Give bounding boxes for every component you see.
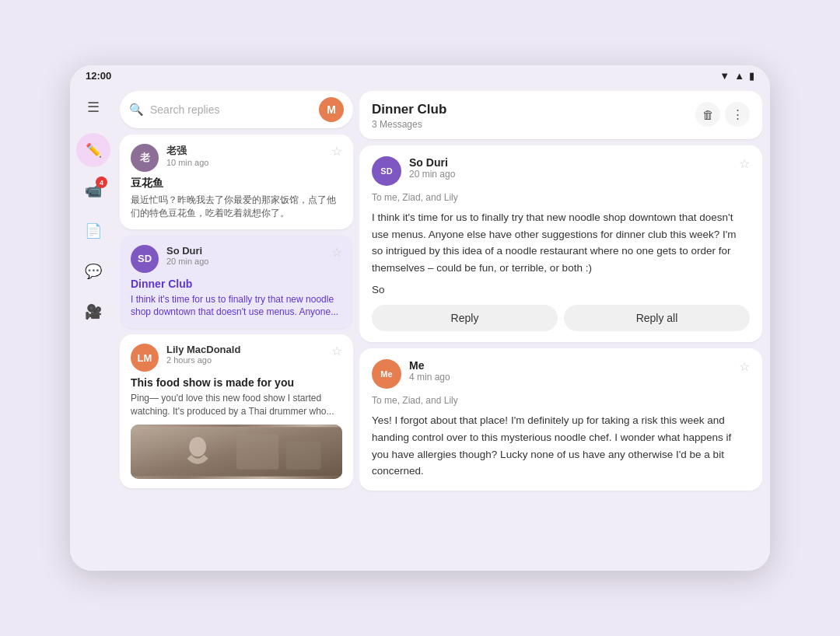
email-to-1: To me, Ziad, and Lily — [372, 192, 750, 203]
email-time-1: 20 min ago — [409, 169, 731, 180]
sidebar: ☰ ✏️ 📹 4 📄 💬 🎥 — [70, 85, 117, 571]
sidebar-item-video[interactable]: 📹 4 — [76, 173, 110, 208]
avatar-msg3: LM — [131, 344, 159, 372]
star-1[interactable]: ☆ — [331, 144, 342, 159]
message-list-panel: 🔍 Search replies M 老 老强 10 min ago ☆ — [120, 91, 353, 563]
battery-icon: ▮ — [749, 70, 754, 82]
status-icons: ▼ ▲ ▮ — [719, 70, 754, 82]
device-frame: 12:00 ▼ ▲ ▮ ☰ ✏️ 📹 4 📄 💬 — [70, 65, 770, 571]
search-icon: 🔍 — [129, 103, 144, 117]
msg-preview-2: I think it's time for us to finally try … — [131, 293, 342, 320]
msg-time-3: 2 hours ago — [166, 355, 324, 365]
email-header-card: Dinner Club 3 Messages 🗑 ⋮ — [359, 91, 762, 139]
search-placeholder: Search replies — [150, 103, 313, 116]
msg-sender-1: 老强 — [166, 144, 324, 158]
sidebar-item-chat[interactable]: 💬 — [76, 254, 110, 288]
msg-info-2: So Duri 20 min ago — [166, 245, 324, 266]
msg-sender-2: So Duri — [166, 245, 324, 257]
email-sender-1: So Duri — [409, 156, 731, 169]
video-badge: 4 — [96, 176, 107, 188]
email-to-2: To me, Ziad, and Lily — [372, 395, 750, 406]
msg-preview-3: Ping— you'd love this new food show I st… — [131, 392, 342, 418]
message-card-2[interactable]: SD So Duri 20 min ago ☆ Dinner Club I th… — [120, 236, 353, 329]
msg-subject-1: 豆花鱼 — [131, 176, 342, 190]
app-body: ☰ ✏️ 📹 4 📄 💬 🎥 — [70, 85, 770, 571]
menu-icon[interactable]: ☰ — [79, 93, 108, 122]
msg-info-3: Lily MacDonald 2 hours ago — [166, 344, 324, 365]
message-card-3[interactable]: LM Lily MacDonald 2 hours ago ☆ This foo… — [120, 334, 353, 488]
message-card-1[interactable]: 老 老强 10 min ago ☆ 豆花鱼 最近忙吗？昨晚我去了你最爱的那家饭馆… — [120, 135, 353, 229]
status-time: 12:00 — [86, 70, 111, 82]
email-body-1: I think it's time for us to finally try … — [372, 209, 750, 276]
svg-rect-3 — [236, 434, 278, 469]
svg-rect-4 — [285, 441, 320, 469]
msg-time-2: 20 min ago — [166, 257, 324, 266]
user-avatar[interactable]: M — [319, 97, 344, 122]
email-avatar-1: SD — [372, 156, 401, 186]
email-count: 3 Messages — [372, 119, 446, 130]
status-bar: 12:00 ▼ ▲ ▮ — [70, 65, 770, 85]
svg-point-2 — [189, 437, 206, 456]
sidebar-item-compose[interactable]: ✏️ — [76, 133, 110, 167]
search-bar[interactable]: 🔍 Search replies M — [120, 91, 353, 128]
msg-time-1: 10 min ago — [166, 158, 324, 167]
email-star-1[interactable]: ☆ — [739, 156, 750, 171]
email-time-2: 4 min ago — [409, 372, 731, 383]
email-title: Dinner Club — [372, 102, 446, 117]
more-options-button[interactable]: ⋮ — [725, 102, 750, 127]
main-content: 🔍 Search replies M 老 老强 10 min ago ☆ — [117, 85, 770, 571]
email-body-2: Yes! I forgot about that place! I'm defi… — [372, 412, 750, 479]
msg-preview-1: 最近忙吗？昨晚我去了你最爱的那家饭馆，点了他们的特色豆花鱼，吃着吃着就想你了。 — [131, 194, 342, 220]
star-2[interactable]: ☆ — [331, 245, 342, 260]
email-msg-info-1: So Duri 20 min ago — [409, 156, 731, 180]
email-star-2[interactable]: ☆ — [739, 359, 750, 374]
preview-image-svg — [131, 425, 342, 479]
email-sender-2: Me — [409, 359, 731, 372]
reply-actions: Reply Reply all — [372, 305, 750, 331]
email-message-card-2: Me Me 4 min ago ☆ To me, Ziad, and Lily … — [359, 348, 762, 490]
email-detail-panel: Dinner Club 3 Messages 🗑 ⋮ — [359, 91, 762, 563]
msg-subject-3: This food show is made for you — [131, 376, 342, 389]
signal-icon: ▲ — [734, 70, 744, 82]
msg-subject-2: Dinner Club — [131, 278, 342, 290]
email-message-card-1: SD So Duri 20 min ago ☆ To me, Ziad, and… — [359, 145, 762, 342]
sidebar-item-notes[interactable]: 📄 — [76, 214, 110, 248]
email-msg-info-2: Me 4 min ago — [409, 359, 731, 383]
reply-all-button[interactable]: Reply all — [564, 305, 750, 331]
wifi-icon: ▼ — [719, 70, 730, 82]
reply-button[interactable]: Reply — [372, 305, 558, 331]
avatar-msg1: 老 — [131, 144, 159, 172]
msg-sender-3: Lily MacDonald — [166, 344, 324, 355]
email-sign-1: So — [372, 284, 750, 295]
msg-info-1: 老强 10 min ago — [166, 144, 324, 167]
email-avatar-2: Me — [372, 359, 401, 389]
email-messages-scroll: SD So Duri 20 min ago ☆ To me, Ziad, and… — [359, 145, 762, 563]
message-image-preview — [131, 425, 342, 479]
sidebar-item-meet[interactable]: 🎥 — [76, 295, 110, 329]
avatar-msg2: SD — [131, 245, 159, 273]
star-3[interactable]: ☆ — [331, 344, 342, 358]
email-header-actions: 🗑 ⋮ — [695, 102, 750, 127]
delete-button[interactable]: 🗑 — [695, 102, 720, 127]
